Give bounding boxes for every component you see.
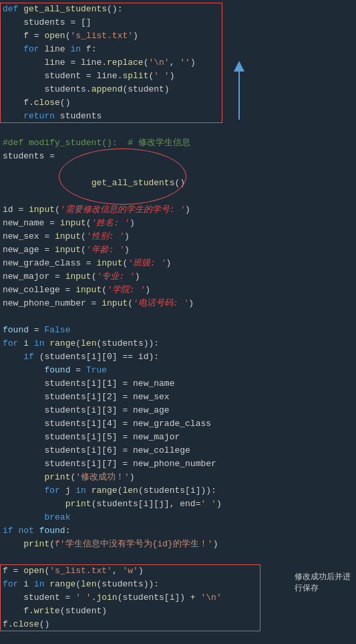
code-line: new_name = input('姓名: ') — [0, 217, 356, 230]
code-line: students.append(student) — [0, 83, 356, 96]
code-line: students[i][6] = new_college — [0, 444, 356, 457]
code-line: new_college = input('学院: ') — [0, 284, 356, 297]
code-line: for i in range(len(students)): — [0, 337, 356, 350]
code-line: for line in f: — [0, 43, 356, 56]
code-line: students = get_all_students() — [0, 150, 356, 203]
code-line: students[i][3] = new_age — [0, 404, 356, 417]
code-line: break — [0, 511, 356, 524]
code-line: students[i][1] = new_name — [0, 377, 356, 391]
code-line: f = open('s_list.txt') — [0, 29, 356, 43]
code-line: new_major = input('专业: ') — [0, 270, 356, 284]
code-line: def get_all_students(): — [0, 3, 356, 16]
code-line: id = input('需要修改信息的学生的学号: ') — [0, 203, 356, 217]
code-line: new_sex = input('性别: ') — [0, 230, 356, 243]
code-line: return students — [0, 110, 356, 123]
code-line: students[i][7] = new_phone_number — [0, 457, 356, 471]
code-line: found = True — [0, 364, 356, 377]
code-line: new_grade_class = input('班级: ') — [0, 257, 356, 270]
code-line — [0, 551, 356, 564]
code-line: f.close() — [0, 618, 356, 631]
code-editor: def get_all_students(): students = [] f … — [0, 0, 356, 634]
code-line: new_phone_number = input('电话号码: ') — [0, 297, 356, 310]
code-line: students[i][4] = new_grade_class — [0, 417, 356, 431]
code-line: new_age = input('年龄: ') — [0, 243, 356, 257]
code-line: f.close() — [0, 96, 356, 110]
code-line — [0, 310, 356, 324]
code-line: for j in range(len(students[i])): — [0, 484, 356, 498]
code-line: student = line.split(' ') — [0, 70, 356, 83]
code-line: if not found: — [0, 524, 356, 538]
code-line: f.write(student) — [0, 605, 356, 618]
arrow-up-icon — [229, 56, 249, 123]
code-line — [0, 123, 356, 136]
code-line: found = False — [0, 324, 356, 337]
code-line: print('修改成功！') — [0, 471, 356, 484]
code-line: line = line.replace('\n', '') — [0, 56, 356, 70]
code-line: print(f'学生信息中没有学号为{id}的学生！') — [0, 538, 356, 551]
code-line: #def modify_student(): # 修改学生信息 — [0, 136, 356, 150]
code-line: students = [] — [0, 16, 356, 29]
code-line: print(students[i][j], end=' ') — [0, 498, 356, 511]
annotation-text: 修改成功后并进行保存 — [295, 571, 355, 594]
code-line: students[i][5] = new_major — [0, 431, 356, 444]
code-line: if (students[i][0] == id): — [0, 350, 356, 364]
code-line: students[i][2] = new_sex — [0, 391, 356, 404]
